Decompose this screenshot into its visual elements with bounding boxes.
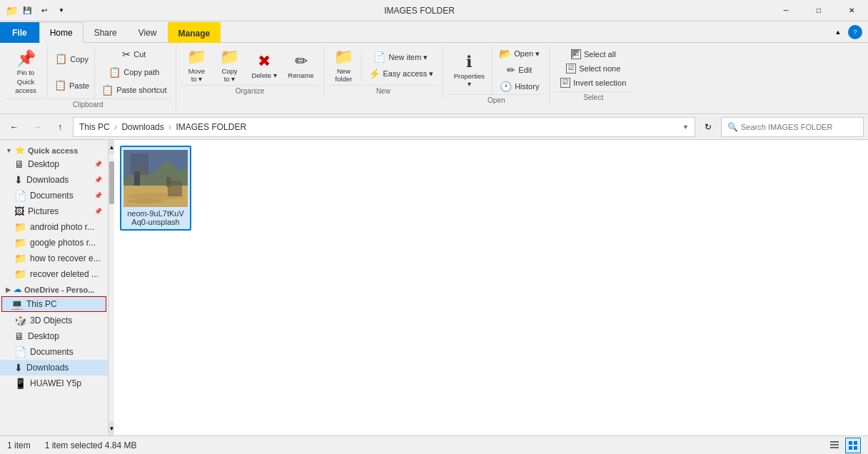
address-dropdown-arrow[interactable]: ▼ [682, 123, 689, 131]
pictures-icon: 🖼 [14, 206, 24, 217]
list-view-icon [829, 440, 839, 450]
sidebar-item-3d-objects[interactable]: 🎲 3D Objects [0, 313, 108, 328]
invert-selection-button[interactable]: ☑ Invert selection [555, 76, 631, 90]
sidebar-item-documents2[interactable]: 📄 Documents [0, 344, 108, 360]
3d-objects-icon: 🎲 [14, 315, 26, 326]
easy-access-button[interactable]: ⚡ Easy access ▾ [363, 66, 439, 82]
select-all-button[interactable]: ☑ Select all [555, 47, 631, 61]
open-group: ℹ Properties ▾ 📂 Open ▾ ✏ Edit 🕐 History [443, 46, 550, 106]
sidebar-item-downloads[interactable]: ⬇ Downloads 📌 [0, 172, 108, 188]
forward-button[interactable]: → [27, 117, 47, 137]
sidebar-label-documents: Documents [30, 191, 74, 201]
title-bar: 📁 💾 ↩ ▼ IMAGES FOLDER ─ □ ✕ [0, 0, 868, 21]
open-label: Open [448, 94, 545, 106]
view-controls [827, 438, 861, 453]
refresh-button[interactable]: ↻ [698, 117, 718, 137]
desktop-icon: 🖥 [14, 158, 24, 170]
search-icon: 🔍 [727, 122, 738, 132]
sidebar-item-desktop2[interactable]: 🖥 Desktop [0, 328, 108, 344]
tab-file[interactable]: File [0, 22, 39, 43]
move-to-button[interactable]: 📁 Moveto ▾ [181, 46, 212, 85]
breadcrumb-images-folder[interactable]: IMAGES FOLDER [176, 122, 246, 132]
scrollbar-up[interactable]: ▲ [109, 140, 114, 154]
address-bar[interactable]: This PC › Downloads › IMAGES FOLDER ▼ [73, 117, 695, 137]
quick-access-toolbar: 📁 💾 ↩ ▼ [6, 3, 69, 19]
select-buttons: ☑ Select all ☑ Select none ☑ Invert sele… [554, 46, 632, 91]
help-button[interactable]: ? [848, 25, 862, 39]
new-folder-button[interactable]: 📁 Newfolder [328, 46, 360, 85]
rename-button[interactable]: ✏ Rename [283, 50, 319, 81]
sidebar-item-android-photos[interactable]: 📁 android photo r... [0, 219, 108, 235]
sidebar: ▼ ⭐ Quick access 🖥 Desktop 📌 ⬇ Downloads… [0, 140, 108, 435]
sidebar-item-downloads2[interactable]: ⬇ Downloads [0, 360, 108, 375]
up-button[interactable]: ↑ [50, 117, 70, 137]
sidebar-item-onedrive[interactable]: ▶ ☁ OneDrive - Perso... [0, 282, 108, 296]
documents-icon: 📄 [14, 190, 26, 201]
sidebar-item-how-to-recover[interactable]: 📁 how to recover e... [0, 251, 108, 266]
sidebar-label-desktop: Desktop [28, 159, 59, 169]
pin-quick-access-button[interactable]: 📌 Pin to Quickaccess [4, 46, 47, 99]
edit-button[interactable]: ✏ Edit [494, 62, 545, 79]
delete-button[interactable]: ✖ Delete ▾ [246, 50, 281, 81]
grid-view-button[interactable] [845, 438, 861, 453]
tab-manage[interactable]: Manage [168, 22, 221, 43]
ribbon: File Home Share View Manage ▲ ? 📌 Pin to… [0, 21, 868, 114]
new-item-button[interactable]: 📄 New item ▾ [363, 49, 439, 66]
properties-button[interactable]: ℹ Properties ▾ [448, 51, 490, 90]
delete-icon: ✖ [258, 52, 271, 71]
tab-share[interactable]: Share [84, 22, 128, 43]
svg-rect-8 [830, 444, 839, 445]
history-button[interactable]: 🕐 History [494, 79, 545, 95]
ribbon-collapse-button[interactable]: ▲ [831, 25, 845, 39]
breadcrumb-this-pc[interactable]: This PC [79, 122, 110, 132]
sidebar-label-android: android photo r... [30, 222, 94, 232]
paste-shortcut-button[interactable]: 📋 Paste shortcut [96, 82, 171, 99]
select-all-icon: ☑ [571, 49, 581, 59]
sidebar-label-huawei: HUAWEI Y5p [30, 378, 81, 388]
minimize-button[interactable]: ─ [769, 0, 802, 21]
sidebar-item-quick-access[interactable]: ▼ ⭐ Quick access [0, 143, 108, 156]
organize-label: Organize [181, 85, 318, 97]
copy-button[interactable]: 📋 Copy [49, 51, 94, 67]
qat-dropdown-button[interactable]: ▼ [54, 3, 69, 19]
file-item-neom[interactable]: neom-9uL7tKuV Aq0-unsplash [120, 146, 191, 231]
svg-rect-10 [849, 441, 852, 445]
select-none-button[interactable]: ☑ Select none [555, 61, 631, 76]
sidebar-item-documents[interactable]: 📄 Documents 📌 [0, 188, 108, 203]
sidebar-item-google-photos[interactable]: 📁 google photos r... [0, 235, 108, 251]
undo-qat-button[interactable]: ↩ [36, 3, 52, 19]
sidebar-scrollbar[interactable]: ▲ ▼ [108, 140, 114, 435]
tab-view[interactable]: View [128, 22, 168, 43]
close-button[interactable]: ✕ [835, 0, 868, 21]
clipboard-group: 📌 Pin to Quickaccess 📋 Copy 📋 Paste [0, 46, 176, 111]
search-bar[interactable]: 🔍 [721, 117, 864, 137]
scrollbar-track[interactable] [109, 154, 114, 421]
search-input[interactable] [741, 123, 857, 131]
tab-home[interactable]: Home [39, 22, 84, 43]
sidebar-item-pictures[interactable]: 🖼 Pictures 📌 [0, 203, 108, 219]
breadcrumb-downloads[interactable]: Downloads [121, 122, 163, 132]
maximize-button[interactable]: □ [802, 0, 835, 21]
sidebar-item-desktop[interactable]: 🖥 Desktop 📌 [0, 156, 108, 172]
sidebar-item-recover-deleted[interactable]: 📁 recover deleted ... [0, 266, 108, 282]
copy-to-button[interactable]: 📁 Copyto ▾ [213, 46, 245, 85]
back-button[interactable]: ← [4, 117, 24, 137]
sidebar-label-downloads2: Downloads [26, 363, 69, 373]
paste-button[interactable]: 📋 Paste [49, 77, 94, 94]
cut-button[interactable]: ✂ Cut [96, 46, 171, 63]
copy-path-button[interactable]: 📋 Copy path [96, 64, 171, 81]
list-view-button[interactable] [827, 438, 842, 453]
sidebar-item-this-pc[interactable]: 💻 This PC [1, 296, 106, 312]
sidebar-item-huawei[interactable]: 📱 HUAWEI Y5p [0, 375, 108, 391]
organize-buttons: 📁 Moveto ▾ 📁 Copyto ▾ ✖ Delete ▾ ✏ Renam… [181, 46, 318, 85]
sidebar-label-desktop2: Desktop [28, 331, 59, 341]
edit-icon: ✏ [507, 64, 515, 76]
scrollbar-down[interactable]: ▼ [109, 421, 114, 435]
pin-icon-dl: 📌 [94, 176, 102, 183]
computer-icon: 💻 [11, 298, 23, 310]
select-none-icon: ☑ [566, 64, 576, 74]
scrollbar-thumb[interactable] [109, 161, 114, 204]
move-to-icon: 📁 [187, 48, 206, 66]
open-button[interactable]: 📂 Open ▾ [494, 46, 545, 62]
save-qat-button[interactable]: 💾 [19, 3, 35, 19]
